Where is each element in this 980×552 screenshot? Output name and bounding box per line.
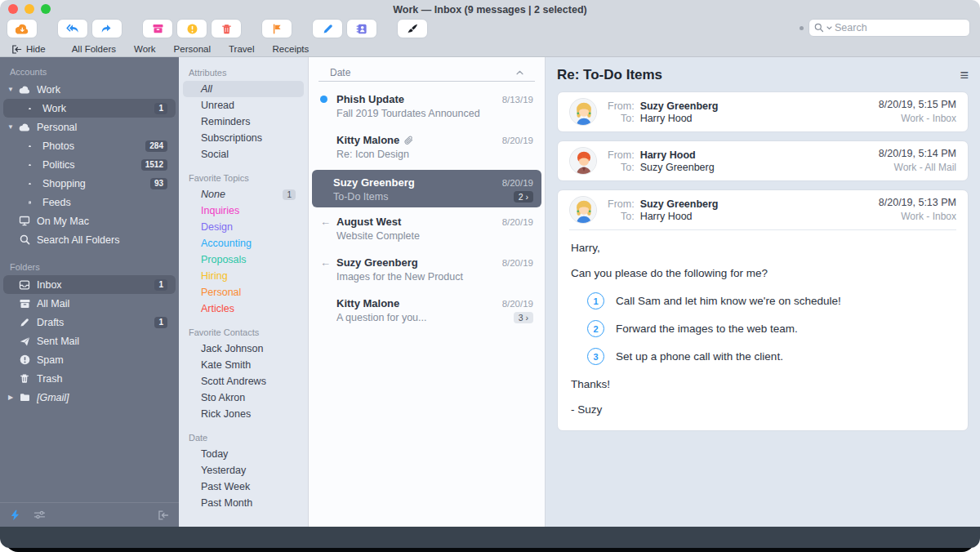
message-subject: Re: Icon Design [336, 149, 533, 160]
filter-subscriptions[interactable]: Subscriptions [183, 130, 304, 146]
activity-lightning-icon[interactable] [10, 510, 20, 521]
contact-scott-andrews[interactable]: Scott Andrews [183, 373, 304, 390]
flag-button[interactable] [261, 19, 292, 38]
body-greeting: Harry, [571, 242, 955, 254]
collapse-sidebar-icon[interactable] [158, 510, 169, 520]
fav-tab-all-folders[interactable]: All Folders [72, 44, 116, 54]
from-label: From: [608, 149, 635, 161]
topic-accounting[interactable]: Accounting [183, 235, 304, 252]
fav-tab-travel[interactable]: Travel [229, 44, 255, 54]
sidebar-folder-sent-mail[interactable]: Sent Mail [3, 332, 176, 350]
filter-sliders-icon[interactable] [33, 510, 46, 520]
sort-label: Date [330, 67, 516, 78]
contact-jack-johnson[interactable]: Jack Johnson [183, 341, 304, 357]
minimize-window-button[interactable] [24, 4, 34, 14]
topic-inquiries[interactable]: Inquiries [183, 203, 304, 219]
topic-hiring[interactable]: Hiring [183, 268, 304, 284]
sidebar-account-work[interactable]: ▼ Work [3, 80, 176, 99]
get-mail-button[interactable] [7, 19, 38, 38]
sidebar-on-my-mac[interactable]: On My Mac [3, 211, 176, 230]
menu-icon[interactable]: ≡ [960, 68, 969, 82]
message-card[interactable]: From: Suzy Greenberg To: Harry Hood 8/20… [557, 91, 969, 132]
disclosure-down-icon[interactable]: ▼ [3, 123, 18, 131]
archive-button[interactable] [142, 19, 173, 38]
sidebar-folder-gmail[interactable]: ▶ [Gmail] [3, 388, 176, 407]
disclosure-right-icon[interactable]: ▶ [3, 394, 18, 401]
topic-design[interactable]: Design [183, 219, 304, 235]
message-subject: A question for you... [336, 312, 507, 323]
sidebar-mailbox-politics[interactable]: Politics 1512 [3, 155, 176, 174]
filter-reminders[interactable]: Reminders [183, 114, 304, 130]
to-label: To: [608, 162, 635, 173]
hide-favorites-button[interactable]: Hide [11, 44, 46, 54]
fav-tab-work[interactable]: Work [134, 44, 156, 54]
contact-rick-jones[interactable]: Rick Jones [183, 406, 304, 422]
sidebar-folder-spam[interactable]: Spam [3, 350, 176, 369]
fav-tab-personal[interactable]: Personal [174, 44, 211, 54]
date-past-month[interactable]: Past Month [183, 495, 304, 511]
topic-articles[interactable]: Articles [183, 300, 304, 317]
zoom-window-button[interactable] [41, 4, 51, 14]
filter-unread[interactable]: Unread [183, 97, 304, 114]
filter-all[interactable]: All [183, 81, 304, 97]
forward-button[interactable] [91, 19, 122, 38]
cleanup-button[interactable] [397, 19, 428, 38]
hide-sidebar-icon [11, 45, 22, 54]
to-name: Suzy Greenberg [640, 162, 715, 173]
sort-header[interactable]: Date [318, 57, 535, 82]
accounts-section-header: Accounts [0, 64, 179, 80]
message-row[interactable]: ← Suzy Greenberg 8/20/19 Images for the … [309, 250, 545, 291]
thread-count-badge[interactable]: 3 › [514, 312, 533, 323]
filter-social[interactable]: Social [183, 146, 304, 162]
unread-count-badge: 1512 [141, 159, 167, 171]
sidebar-folder-drafts[interactable]: Drafts 1 [3, 313, 176, 332]
topic-none[interactable]: None1 [183, 186, 304, 203]
sidebar-mailbox-feeds[interactable]: Feeds [3, 193, 176, 211]
folder-icon [18, 393, 31, 402]
fav-tab-receipts[interactable]: Receipts [273, 44, 310, 54]
search-scope-chevron-icon[interactable] [826, 26, 832, 30]
sidebar-search-all-folders[interactable]: Search All Folders [3, 230, 176, 249]
archive-box-icon [18, 299, 31, 309]
message-subject: Website Complete [336, 230, 533, 242]
delete-button[interactable] [211, 19, 242, 38]
sidebar-folder-all-mail[interactable]: All Mail [3, 294, 176, 313]
from-label: From: [608, 100, 635, 112]
avatar [569, 196, 597, 224]
sidebar-folder-inbox[interactable]: Inbox 1 [3, 275, 176, 294]
contacts-button[interactable] [346, 19, 377, 38]
topic-personal[interactable]: Personal [183, 284, 304, 300]
sidebar-mailbox-photos[interactable]: Photos 284 [3, 136, 176, 155]
message-row[interactable]: ← August West 8/20/19 Website Complete [309, 209, 545, 250]
number-circle: 3 [587, 348, 604, 365]
message-row-selected[interactable]: Suzy Greenberg 8/20/19 To-Do Items 2 › [312, 170, 541, 207]
date-today[interactable]: Today [183, 446, 304, 462]
sidebar-folder-trash[interactable]: Trash [3, 369, 176, 388]
close-window-button[interactable] [8, 4, 18, 14]
sidebar-mailbox-shopping[interactable]: Shopping 93 [3, 174, 176, 193]
chevron-up-icon[interactable] [516, 70, 523, 75]
sidebar-account-personal[interactable]: ▼ Personal [3, 118, 176, 136]
cloud-account-icon [18, 86, 31, 94]
message-row[interactable]: Kitty Malone 8/20/19 Re: Icon Design [309, 127, 545, 168]
date-past-week[interactable]: Past Week [183, 479, 304, 495]
unread-dot [320, 96, 327, 103]
reply-all-icon [66, 24, 79, 33]
contact-kate-smith[interactable]: Kate Smith [183, 357, 304, 373]
search-input[interactable] [835, 22, 949, 33]
search-field[interactable] [808, 19, 970, 37]
pencil-icon [18, 318, 31, 327]
message-row[interactable]: Kitty Malone 8/20/19 A question for you.… [309, 291, 545, 332]
thread-count-badge[interactable]: 2 › [514, 191, 533, 203]
disclosure-down-icon[interactable]: ▼ [3, 86, 18, 93]
date-yesterday[interactable]: Yesterday [183, 462, 304, 479]
contact-sto-akron[interactable]: Sto Akron [183, 390, 304, 406]
message-card-expanded[interactable]: From: Suzy Greenberg To: Harry Hood 8/20… [557, 189, 969, 431]
sidebar-mailbox-work[interactable]: Work 1 [3, 99, 176, 118]
compose-button[interactable] [312, 19, 343, 38]
message-row[interactable]: Phish Update 8/13/19 Fall 2019 Tourdates… [309, 87, 545, 127]
topic-proposals[interactable]: Proposals [183, 252, 304, 268]
reply-all-button[interactable] [57, 19, 88, 38]
message-card[interactable]: From: Harry Hood To: Suzy Greenberg 8/20… [557, 140, 969, 181]
mark-spam-button[interactable] [176, 19, 207, 38]
